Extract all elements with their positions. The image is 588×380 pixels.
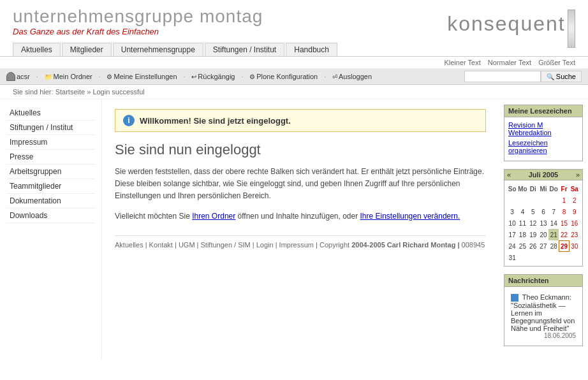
cal-day[interactable]: 24 <box>507 240 517 252</box>
footer-copyright: 2004-2005 Carl Richard Montag | <box>351 241 459 249</box>
cal-day[interactable]: 4 <box>517 206 527 217</box>
cal-day <box>538 252 548 263</box>
toolbar-rueckgaengig[interactable]: ↩ Rückgängig <box>191 73 235 80</box>
calendar-next-button[interactable]: » <box>576 171 580 179</box>
content-title: Sie sind nun eingeloggt <box>115 142 486 158</box>
text-size-bar: Kleiner Text Normaler Text Größer Text <box>0 57 588 69</box>
cal-day[interactable]: 17 <box>507 229 517 240</box>
cal-day[interactable]: 3 <box>507 206 517 217</box>
content-link-einstellungen[interactable]: Ihre Einstellungen verändern. <box>360 212 460 221</box>
sidebar-item-downloads[interactable]: Downloads <box>6 208 95 223</box>
cal-day[interactable]: 15 <box>559 217 569 229</box>
text-size-normal[interactable]: Normaler Text <box>488 59 531 66</box>
cal-day[interactable]: 31 <box>507 252 517 263</box>
sidebar-item-stiftungen[interactable]: Stiftungen / Institut <box>6 121 95 135</box>
sidebar-item-presse[interactable]: Presse <box>6 150 95 164</box>
konsequent-logo: konsequent <box>447 12 565 35</box>
login-success-box: i Willkommen! Sie sind jetzt eingeloggt. <box>115 109 486 132</box>
bookmark-link-1[interactable]: Revision M Webredaktion <box>508 121 578 136</box>
cal-hdr-mo: Mo <box>517 183 527 194</box>
sidebar-item-teammitglieder[interactable]: Teammitglieder <box>6 179 95 194</box>
toolbar-meine-einstellungen[interactable]: ⚙ Meine Einstellungen <box>107 73 177 80</box>
cal-day[interactable]: 30 <box>570 240 580 252</box>
cal-day[interactable]: 18 <box>517 229 527 240</box>
cal-day[interactable]: 25 <box>517 240 527 252</box>
cal-day[interactable]: 22 <box>559 229 569 240</box>
tab-stiftungen[interactable]: Stiftungen / Institut <box>205 43 284 56</box>
cal-day[interactable]: 2 <box>570 194 580 206</box>
cal-day[interactable]: 8 <box>559 206 569 217</box>
cal-day[interactable]: 12 <box>528 217 538 229</box>
breadcrumb-startseite[interactable]: Startseite <box>55 88 85 96</box>
cal-day[interactable]: 19 <box>528 229 538 240</box>
folder-icon: 📁 <box>45 73 52 80</box>
content-body2-middle: öffnen und Inhalte hinzufügen, oder <box>235 212 360 221</box>
content-body-text: Sie werden feststellen, dass der obere r… <box>115 167 484 200</box>
cal-day[interactable]: 20 <box>538 229 548 240</box>
sidebar-item-aktuelles[interactable]: Aktuelles <box>6 106 95 121</box>
cal-day[interactable]: 26 <box>528 240 538 252</box>
search-button[interactable]: 🔍 Suche <box>541 71 582 82</box>
tab-mitglieder[interactable]: Mitglieder <box>62 43 112 56</box>
toolbar-ausloggen[interactable]: ⏎ Ausloggen <box>332 73 372 80</box>
cal-day[interactable]: 9 <box>570 206 580 217</box>
cal-day[interactable]: 11 <box>517 217 527 229</box>
calendar-header: « Juli 2005 » <box>504 170 582 180</box>
cal-day-21[interactable]: 21 <box>548 229 559 240</box>
cal-day[interactable]: 23 <box>570 229 580 240</box>
content-link-ordner[interactable]: Ihren Ordner <box>192 212 235 221</box>
cal-day[interactable]: 28 <box>548 240 559 252</box>
cal-day[interactable]: 14 <box>548 217 559 229</box>
sep5: · <box>324 73 326 80</box>
scroll-decoration <box>568 10 575 48</box>
cal-day[interactable]: 13 <box>538 217 548 229</box>
content-body: Sie werden feststellen, dass der obere r… <box>115 166 486 203</box>
sidebar-item-impressum[interactable]: Impressum <box>6 135 95 150</box>
bookmark-link-2[interactable]: Lesezeichen organisieren <box>508 139 578 154</box>
main-layout: Aktuelles Stiftungen / Institut Impressu… <box>0 99 588 359</box>
login-success-text: Willkommen! Sie sind jetzt eingeloggt. <box>140 116 291 126</box>
search-box: 🔍 Suche <box>464 71 582 82</box>
news-box: Nachrichten Theo Eckmann: "Sozialästheti… <box>504 274 583 346</box>
sidebar-item-arbeitsgruppen[interactable]: Arbeitsgruppen <box>6 164 95 179</box>
info-icon: i <box>123 115 135 126</box>
cal-week-3: 10 11 12 13 14 15 16 <box>507 217 580 229</box>
breadcrumb: Sie sind hier: Startseite » Login succes… <box>0 85 588 99</box>
logo-right: konsequent <box>447 10 575 48</box>
cal-day-today[interactable]: 29 <box>559 240 569 252</box>
cal-day[interactable]: 5 <box>528 206 538 217</box>
sidebar-item-dokumentation[interactable]: Dokumentation <box>6 194 95 208</box>
content-maybe: Vielleicht möchten Sie Ihren Ordner öffn… <box>115 210 486 223</box>
news-item-1: Theo Eckmann: "Sozialästhetik — Lernen i… <box>508 291 578 342</box>
toolbar-plone-konfiguration[interactable]: ⚙ Plone Konfiguration <box>249 73 318 80</box>
cal-day[interactable]: 7 <box>548 206 559 217</box>
news-date: 18.06.2005 <box>511 332 576 339</box>
cal-week-1: 1 2 <box>507 194 580 206</box>
cal-day <box>548 252 559 263</box>
cal-day <box>538 194 548 206</box>
search-icon: 🔍 <box>547 73 554 80</box>
header: unternehmensgruppe montag Das Ganze aus … <box>0 0 588 40</box>
cal-day[interactable]: 10 <box>507 217 517 229</box>
cal-day <box>548 194 559 206</box>
search-input[interactable] <box>464 71 541 82</box>
content-body2-prefix: Vielleicht möchten Sie <box>115 212 192 221</box>
cal-week-2: 3 4 5 6 7 8 9 <box>507 206 580 217</box>
cal-day[interactable]: 1 <box>559 194 569 206</box>
cal-week-5: 24 25 26 27 28 29 30 <box>507 240 580 252</box>
cal-day[interactable]: 27 <box>538 240 548 252</box>
toolbar-mein-ordner[interactable]: 📁 Mein Ordner <box>45 73 92 80</box>
sep1: · <box>36 73 38 80</box>
cal-day[interactable]: 6 <box>538 206 548 217</box>
tab-handbuch[interactable]: Handbuch <box>286 43 337 56</box>
cal-week-6: 31 <box>507 252 580 263</box>
cal-day[interactable]: 16 <box>570 217 580 229</box>
cal-day <box>517 194 527 206</box>
text-size-small[interactable]: Kleiner Text <box>444 59 480 66</box>
text-size-large[interactable]: Größer Text <box>538 59 575 66</box>
calendar-grid: So Mo Di Mi Do Fr Sa 1 2 <box>504 180 582 266</box>
calendar-title: Juli 2005 <box>511 171 576 179</box>
tab-unternehmensgruppe[interactable]: Unternehmensgruppe <box>113 43 203 56</box>
tab-aktuelles[interactable]: Aktuelles <box>13 43 61 56</box>
calendar-box: « Juli 2005 » So Mo Di Mi Do Fr Sa <box>504 169 583 267</box>
